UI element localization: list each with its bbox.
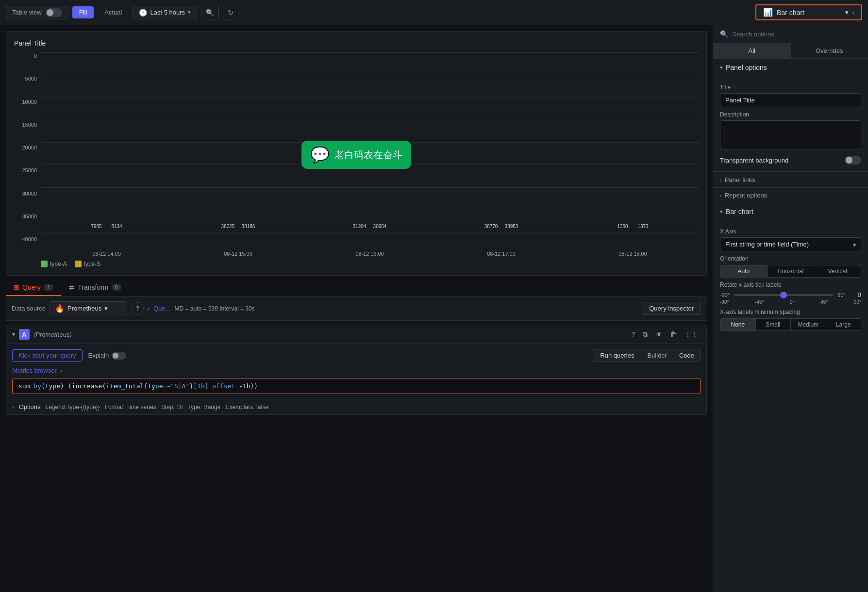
bar-chart-selector-label: Bar chart [777,9,841,16]
toggle-visibility-button[interactable]: 👁 [653,329,665,340]
clock-icon: 🕐 [139,9,147,16]
que-link[interactable]: Que... [153,305,170,312]
rotate-slider-track [734,294,834,296]
bar-chart-section-header[interactable]: ▾ Bar chart [713,203,868,220]
search-input[interactable] [732,31,861,38]
x-labels-spacing-label: X-axis labels minimum spacing [720,309,861,315]
rotate-max-label: 90° [837,292,846,298]
rotate-slider-thumb[interactable] [780,292,787,298]
panel-options-body: Title Description Transparent background [713,76,868,171]
orientation-label: Orientation [720,255,861,262]
qcode-metric: item_total [106,382,144,390]
description-textarea[interactable] [720,120,861,149]
actual-button[interactable]: Actual [98,6,129,18]
bar-label-7985: 7985 [91,224,101,229]
time-picker[interactable]: 🕐 Last 5 hours ▾ [133,6,197,19]
drag-handle[interactable]: ⋮⋮ [682,329,701,340]
table-view-switch[interactable] [46,8,62,17]
builder-button[interactable]: Builder [641,349,673,362]
options-expand[interactable]: › [12,404,14,410]
tab-query[interactable]: ⊞ Query 1 [6,280,61,296]
xlabel-large[interactable]: Large [826,318,862,331]
query-editor-body: Kick start your query Explain Run querie… [6,344,706,399]
copy-query-button[interactable]: ⧉ [640,329,650,340]
help-query-button[interactable]: ? [629,329,637,340]
run-queries-button[interactable]: Run queries [593,349,641,362]
orient-auto[interactable]: Auto [720,265,768,278]
query-input[interactable]: sum by(type) (increase(item_total{type=~… [12,378,701,394]
caret-down-icon: ▾ [188,9,191,16]
tab-all[interactable]: All [713,43,791,58]
xlabel-none[interactable]: None [720,318,756,331]
prometheus-label: (Prometheus) [33,331,72,338]
table-view-toggle[interactable]: Table view [6,6,68,19]
y-label-20000: 20000 [14,145,37,150]
bar-label-38186: 38186 [242,224,255,229]
panel-links-label: Panel links [725,176,755,183]
help-button[interactable]: ? [131,302,144,315]
qcode-increase: increase [72,382,102,390]
panel-options-chevron: ▾ [720,65,723,71]
tab-transform[interactable]: ⇄ Transform 0 [61,280,129,296]
legend-dot-a [41,261,48,267]
metrics-browser-row: Metrics browser › [12,367,701,374]
main-layout: Panel Title 40000 35000 [0,25,868,592]
x-labels-tabs: None Small Medium Large [720,318,861,331]
bar-label-38953: 38953 [505,224,518,229]
explain-row: Explain [88,352,127,360]
options-legend: Legend: type-{{type}} [45,404,100,411]
y-label-35000: 35000 [14,214,37,219]
bar-label-38225: 38225 [221,224,235,229]
repeat-options-label: Repeat options [725,192,767,199]
query-inspector-button[interactable]: Query inspector [642,302,701,315]
fill-button[interactable]: Fill [72,6,94,18]
datasource-name: Prometheus [67,305,101,312]
y-axis: 40000 35000 30000 25000 20000 15000 1000… [14,53,41,242]
orientation-tabs: Auto Horizontal Vertical [720,265,861,278]
x-axis-select[interactable]: First string or time field (Time) [720,237,861,251]
query-editor: ▾ A (Prometheus) ? ⧉ 👁 🗑 ⋮⋮ Kick start y… [6,325,707,415]
rotate-minus45: -45° [755,299,764,305]
explain-label: Explain [88,352,109,359]
metrics-browser-link[interactable]: Metrics browser [12,367,57,374]
code-button[interactable]: Code [673,349,701,362]
qcode-offset-val: -1h [239,382,250,390]
kick-start-button[interactable]: Kick start your query [12,349,83,362]
tab-overrides[interactable]: Overrides [791,43,868,58]
orient-horizontal[interactable]: Horizontal [768,265,815,278]
qcode-label: type=~ [148,382,170,390]
panel-options-header[interactable]: ▾ Panel options [713,59,868,76]
bar-label-1350: 1350 [617,224,628,229]
query-tab-badge: 1 [44,284,53,291]
y-label-25000: 25000 [14,167,37,173]
orient-vertical[interactable]: Vertical [814,265,861,278]
xlabel-small[interactable]: Small [756,318,791,331]
xlabel-medium[interactable]: Medium [791,318,826,331]
refresh-button[interactable]: ↻ [223,6,238,19]
options-label[interactable]: Options [19,403,41,411]
y-label-30000: 30000 [14,191,37,197]
panel-links-row[interactable]: › Panel links [713,172,868,187]
bar-chart-body: X Axis First string or time field (Time)… [713,220,868,338]
repeat-options-row[interactable]: › Repeat options [713,187,868,203]
zoom-out-button[interactable]: 🔍 [201,6,219,19]
datasource-selector[interactable]: 🔥 Prometheus ▾ [50,301,127,315]
explain-toggle[interactable] [112,352,126,360]
visualization-selector[interactable]: 📊 Bar chart ▾ › [755,4,862,20]
title-input[interactable] [720,93,861,107]
time-label: Last 5 hours [150,9,185,16]
collapse-button[interactable]: ▾ [12,331,15,338]
table-view-label: Table view [12,9,42,16]
chart-legend: type-A type-S [14,261,699,267]
bar-label-30954: 30954 [373,224,387,229]
legend-label-a: type-A [50,261,67,267]
y-label-15000: 15000 [14,122,37,128]
panel-title: Panel Title [14,39,699,47]
legend-item-a: type-A [41,261,67,267]
x-label-1600: 08-12 16:00 [304,251,435,257]
delete-query-button[interactable]: 🗑 [668,329,679,340]
transparent-bg-toggle[interactable] [845,156,861,164]
legend-label-s: type-S [84,261,101,267]
metrics-arrow: › [61,367,63,374]
x-label-1500: 08-12 15:00 [172,251,304,257]
